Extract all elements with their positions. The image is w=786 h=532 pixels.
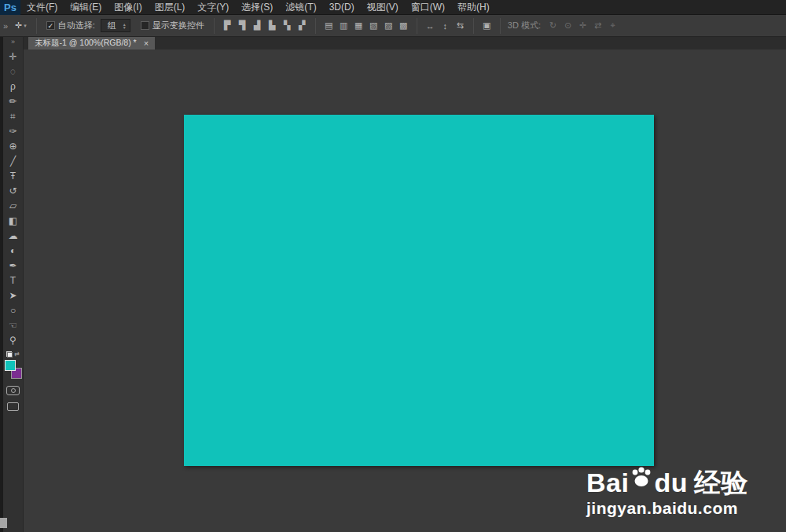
- separator: [417, 18, 417, 34]
- document-tab-bar: 未标题-1 @ 100%(RGB/8) * ×: [24, 37, 786, 50]
- dodge-tool[interactable]: ◐: [4, 243, 23, 258]
- foreground-color-swatch[interactable]: [5, 360, 16, 371]
- 3d-roll-icon[interactable]: ⊙: [560, 19, 575, 33]
- auto-select-label: 自动选择:: [58, 20, 95, 31]
- 3d-mode-label: 3D 模式:: [508, 20, 541, 31]
- separator: [36, 18, 37, 34]
- menu-filter[interactable]: 滤镜(T): [279, 0, 322, 15]
- menu-window[interactable]: 窗口(W): [405, 0, 451, 15]
- quick-selection-tool[interactable]: ✏: [4, 94, 23, 108]
- separator: [500, 18, 501, 34]
- eraser-tool[interactable]: ▱: [4, 198, 23, 213]
- checkbox-unchecked-icon: [141, 21, 149, 30]
- menu-file[interactable]: 文件(F): [20, 0, 64, 15]
- toolbar-collapse-icon[interactable]: »: [3, 37, 23, 46]
- watermark-url: jingyan.baidu.com: [586, 499, 748, 518]
- 3d-drag-icon[interactable]: ✛: [575, 19, 590, 33]
- tools-panel: » ✛ ◌ ρ ✏ ⌗ ✑ ⊕ ╱ Ŧ ↺ ▱ ◧ ☁ ◐ ✒ T ➤ ○ ☜ …: [0, 37, 24, 532]
- align-right-edges-icon[interactable]: ▟: [250, 19, 265, 33]
- align-top-edges-icon[interactable]: ▙: [265, 19, 280, 33]
- tab-close-icon[interactable]: ×: [144, 39, 149, 48]
- tool-preset-button[interactable]: ✛ ▾: [11, 20, 31, 31]
- align-left-edges-icon[interactable]: ▛: [220, 19, 235, 33]
- distribute-left-icon[interactable]: ▧: [366, 19, 381, 33]
- move-tool[interactable]: ✛: [4, 49, 23, 64]
- pasteboard: Bai du 经验 jingyan.baidu.com: [24, 50, 786, 532]
- path-selection-tool[interactable]: ➤: [4, 288, 23, 303]
- quick-mask-button[interactable]: [6, 386, 20, 395]
- distribute-right-icon[interactable]: ▩: [396, 19, 411, 33]
- menu-layer[interactable]: 图层(L): [149, 0, 192, 15]
- healing-brush-tool[interactable]: ⊕: [4, 138, 23, 153]
- chevron-down-icon: ▾: [24, 23, 27, 29]
- crop-tool[interactable]: ⌗: [4, 108, 23, 123]
- distribute-vcenter-icon[interactable]: ▥: [336, 19, 351, 33]
- menu-type[interactable]: 文字(Y): [191, 0, 235, 15]
- align-bottom-edges-icon[interactable]: ▞: [295, 19, 310, 33]
- show-transform-label: 显示变换控件: [152, 20, 204, 31]
- spinner-arrows-icon: ▲▼: [123, 23, 127, 29]
- watermark-brand-cn: 经验: [694, 469, 748, 496]
- scroll-corner: [0, 518, 7, 528]
- tool-list: ✛ ◌ ρ ✏ ⌗ ✑ ⊕ ╱ Ŧ ↺ ▱ ◧ ☁ ◐ ✒ T ➤ ○ ☜ ⚲: [4, 49, 23, 347]
- auto-select-target-value: 组: [108, 20, 116, 31]
- switch-colors-icon[interactable]: ⇄: [14, 351, 20, 358]
- pen-tool[interactable]: ✒: [4, 258, 23, 273]
- show-transform-checkbox[interactable]: 显示变换控件: [141, 20, 204, 31]
- history-brush-tool[interactable]: ↺: [4, 183, 23, 198]
- menu-view[interactable]: 视图(V): [361, 0, 405, 15]
- photoshop-window: Ps 文件(F) 编辑(E) 图像(I) 图层(L) 文字(Y) 选择(S) 滤…: [0, 0, 786, 532]
- menu-3d[interactable]: 3D(D): [323, 0, 361, 15]
- type-tool[interactable]: T: [4, 273, 23, 288]
- auto-select-target-dropdown[interactable]: 组 ▲▼: [101, 19, 130, 32]
- menu-edit[interactable]: 编辑(E): [64, 0, 108, 15]
- brush-tool[interactable]: ╱: [4, 153, 23, 168]
- gradient-tool[interactable]: ◧: [4, 213, 23, 228]
- shape-tool[interactable]: ○: [4, 303, 23, 317]
- auto-select-checkbox[interactable]: ✓ 自动选择:: [46, 20, 95, 31]
- auto-align-layers-icon[interactable]: ▣: [479, 19, 494, 33]
- hand-tool[interactable]: ☜: [4, 317, 23, 332]
- document-tab-title: 未标题-1 @ 100%(RGB/8) *: [35, 38, 137, 49]
- lasso-tool[interactable]: ρ: [4, 79, 23, 94]
- distribute-bottom-icon[interactable]: ▦: [351, 19, 366, 33]
- quick-mask-icon: [11, 388, 16, 393]
- 3d-slide-icon[interactable]: ⇄: [590, 19, 605, 33]
- distribute-heights-icon[interactable]: ↕: [438, 19, 453, 33]
- watermark: Bai du 经验 jingyan.baidu.com: [586, 466, 748, 518]
- separator: [315, 18, 316, 34]
- 3d-scale-icon[interactable]: ⌖: [605, 19, 620, 33]
- align-vertical-centers-icon[interactable]: ▚: [280, 19, 295, 33]
- color-swatches: [4, 360, 23, 379]
- watermark-brand-left: Bai: [586, 469, 629, 496]
- paw-icon: [630, 466, 653, 490]
- separator: [473, 18, 474, 34]
- eyedropper-tool[interactable]: ✑: [4, 123, 23, 138]
- blur-tool[interactable]: ☁: [4, 228, 23, 243]
- menu-image[interactable]: 图像(I): [108, 0, 148, 15]
- align-horizontal-centers-icon[interactable]: ▜: [235, 19, 250, 33]
- distribute-widths-icon[interactable]: ↔: [423, 19, 438, 33]
- distribute-hcenter-icon[interactable]: ▨: [381, 19, 396, 33]
- color-controls: ⇄: [6, 350, 20, 358]
- 3d-rotate-icon[interactable]: ↻: [545, 19, 560, 33]
- menu-select[interactable]: 选择(S): [235, 0, 279, 15]
- default-colors-icon[interactable]: [6, 351, 13, 358]
- checkbox-checked-icon: ✓: [46, 21, 55, 30]
- watermark-brand: Bai du 经验: [586, 466, 748, 496]
- document-canvas[interactable]: [184, 115, 654, 466]
- clone-stamp-tool[interactable]: Ŧ: [4, 168, 23, 183]
- zoom-tool[interactable]: ⚲: [4, 332, 23, 347]
- move-tool-icon: ✛: [15, 20, 22, 31]
- photoshop-logo: Ps: [0, 0, 20, 15]
- separator: [214, 18, 215, 34]
- watermark-brand-right: du: [654, 469, 688, 496]
- menu-bar: Ps 文件(F) 编辑(E) 图像(I) 图层(L) 文字(Y) 选择(S) 滤…: [0, 0, 786, 15]
- options-overflow-icon[interactable]: »: [0, 21, 11, 31]
- distribute-spacing-icon[interactable]: ⇆: [453, 19, 468, 33]
- marquee-tool[interactable]: ◌: [4, 64, 23, 79]
- distribute-top-icon[interactable]: ▤: [321, 19, 336, 33]
- menu-help[interactable]: 帮助(H): [451, 0, 496, 15]
- screen-mode-button[interactable]: [7, 402, 19, 411]
- document-tab[interactable]: 未标题-1 @ 100%(RGB/8) * ×: [28, 37, 155, 50]
